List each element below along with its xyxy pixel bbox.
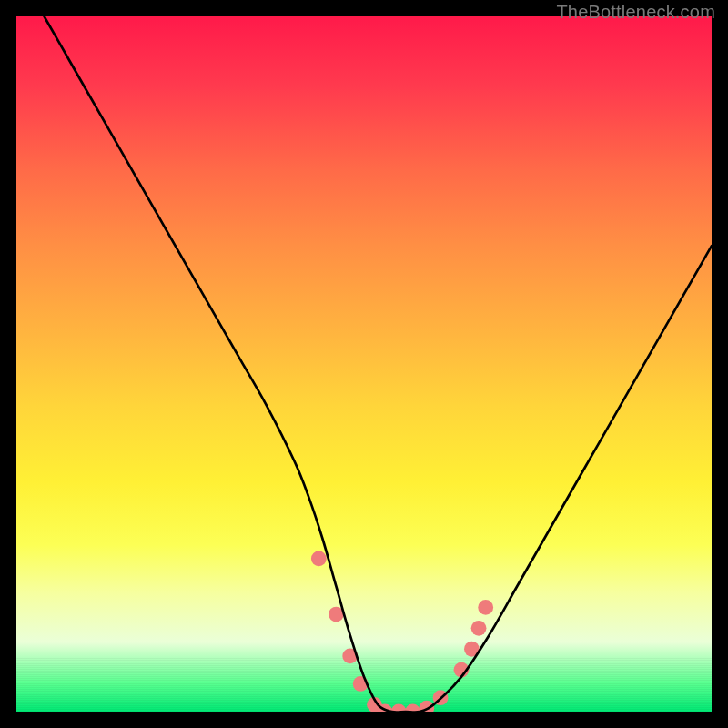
- watermark-text: TheBottleneck.com: [556, 2, 715, 23]
- chart-svg: [16, 16, 712, 712]
- markers-group: [311, 551, 493, 712]
- marker-dot: [478, 600, 493, 615]
- marker-dot: [311, 551, 327, 567]
- curve-line: [45, 16, 712, 712]
- marker-dot: [471, 621, 487, 636]
- plot-area: [16, 16, 712, 712]
- frame: TheBottleneck.com: [0, 0, 728, 728]
